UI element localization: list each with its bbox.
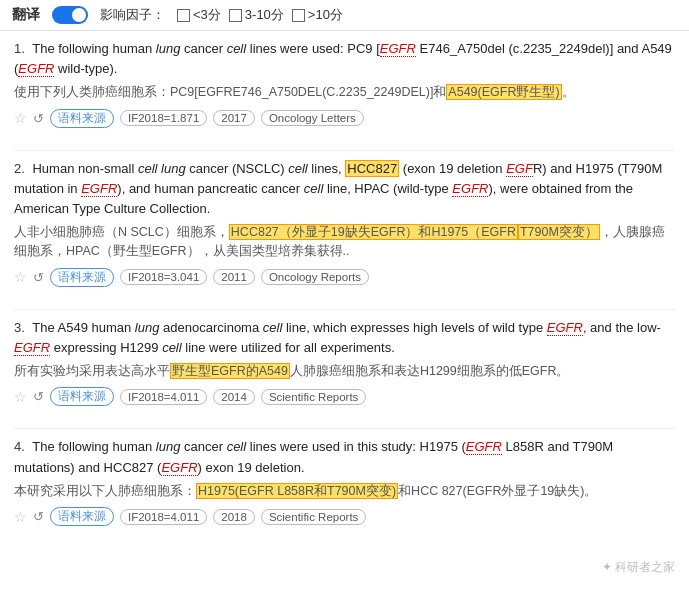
filter-3to10-label: 3-10分	[245, 6, 284, 24]
main-content: 1. The following human lung cancer cell …	[0, 31, 689, 556]
if-badge-2: IF2018=3.041	[120, 269, 207, 285]
journal-badge-2: Oncology Reports	[261, 269, 369, 285]
divider-1	[14, 150, 675, 151]
keyword-cell-3b: cell	[162, 340, 182, 355]
source-badge-3[interactable]: 语料来源	[50, 387, 114, 406]
star-icon-3[interactable]: ☆	[14, 389, 27, 405]
divider-3	[14, 428, 675, 429]
filter-group: <3分 3-10分 >10分	[177, 6, 343, 24]
filter-lt3-label: <3分	[193, 6, 221, 24]
result-4-meta: ☆ ↺ 语料来源 IF2018=4.011 2018 Scientific Re…	[14, 507, 675, 526]
gene-egfr-1a: EGFR	[380, 41, 416, 57]
keyword-cell-2b: cell	[304, 181, 324, 196]
watermark-icon: ✦	[602, 560, 612, 574]
if-badge-1: IF2018=1.871	[120, 110, 207, 126]
filter-3to10[interactable]: 3-10分	[229, 6, 284, 24]
keyword-cellung-2: cell lung	[138, 161, 186, 176]
highlight-4: H1975(EGFR L858R和T790M突变)	[196, 483, 398, 499]
refresh-icon-4[interactable]: ↺	[33, 509, 44, 524]
keyword-lung-3: lung	[135, 320, 160, 335]
gene-egfr-3a: EGFR	[547, 320, 583, 336]
gene-egfr-1b: EGFR	[18, 61, 54, 77]
result-1-meta: ☆ ↺ 语料来源 IF2018=1.871 2017 Oncology Lett…	[14, 109, 675, 128]
highlight-2: HCC827（外显子19缺失EGFR）和H1975（EGFR	[229, 224, 518, 240]
result-4-en: 4. The following human lung cancer cell …	[14, 437, 675, 477]
source-badge-1[interactable]: 语料来源	[50, 109, 114, 128]
result-item-3: 3. The A549 human lung adenocarcinoma ce…	[14, 318, 675, 411]
source-badge-2[interactable]: 语料来源	[50, 268, 114, 287]
toggle-knob	[72, 8, 86, 22]
star-icon-1[interactable]: ☆	[14, 110, 27, 126]
keyword-cell-3: cell	[263, 320, 283, 335]
gene-egfr-2b: EGFR	[81, 181, 117, 197]
divider-2	[14, 309, 675, 310]
result-item-4: 4. The following human lung cancer cell …	[14, 437, 675, 530]
watermark: ✦ 科研者之家	[602, 559, 675, 576]
gene-egfr-2c: EGFR	[452, 181, 488, 197]
result-1-zh: 使用下列人类肺癌细胞系：PC9[EGFRE746_A750DEL(C.2235_…	[14, 83, 675, 102]
gene-egfr-2a: EGF	[506, 161, 533, 177]
result-2-en: 2. Human non-small cell lung cancer (NSC…	[14, 159, 675, 219]
journal-badge-1: Oncology Letters	[261, 110, 364, 126]
journal-badge-4: Scientific Reports	[261, 509, 366, 525]
star-icon-4[interactable]: ☆	[14, 509, 27, 525]
gene-egfr-4b: EGFR	[161, 460, 197, 476]
year-badge-4: 2018	[213, 509, 255, 525]
impact-label: 影响因子：	[100, 6, 165, 24]
year-badge-2: 2011	[213, 269, 255, 285]
filter-lt3[interactable]: <3分	[177, 6, 221, 24]
filter-gt10-label: >10分	[308, 6, 343, 24]
keyword-lung-1: lung	[156, 41, 181, 56]
highlight-3: 野生型EGFR的A549	[170, 363, 290, 379]
keyword-cell-2: cell	[288, 161, 308, 176]
highlight-2b: T790M突变）	[518, 224, 600, 240]
gene-egfr-3b: EGFR	[14, 340, 50, 356]
keyword-cell-1: cell	[227, 41, 247, 56]
translate-toggle[interactable]	[52, 6, 88, 24]
result-3-number: 3.	[14, 320, 25, 335]
result-2-number: 2.	[14, 161, 25, 176]
refresh-icon-2[interactable]: ↺	[33, 270, 44, 285]
keyword-lung-4: lung	[156, 439, 181, 454]
result-3-meta: ☆ ↺ 语料来源 IF2018=4.011 2014 Scientific Re…	[14, 387, 675, 406]
result-3-en: 3. The A549 human lung adenocarcinoma ce…	[14, 318, 675, 358]
result-2-zh: 人非小细胞肺癌（N SCLC）细胞系，HCC827（外显子19缺失EGFR）和H…	[14, 223, 675, 262]
result-1-en: 1. The following human lung cancer cell …	[14, 39, 675, 79]
result-item-1: 1. The following human lung cancer cell …	[14, 39, 675, 132]
keyword-cell-4: cell	[227, 439, 247, 454]
result-3-zh: 所有实验均采用表达高水平野生型EGFR的A549人肺腺癌细胞系和表达H1299细…	[14, 362, 675, 381]
result-4-number: 4.	[14, 439, 25, 454]
year-badge-3: 2014	[213, 389, 255, 405]
result-4-zh: 本研究采用以下人肺癌细胞系：H1975(EGFR L858R和T790M突变)和…	[14, 482, 675, 501]
highlight-hcc827: HCC827	[345, 160, 399, 177]
star-icon-2[interactable]: ☆	[14, 269, 27, 285]
filter-gt10[interactable]: >10分	[292, 6, 343, 24]
if-badge-3: IF2018=4.011	[120, 389, 207, 405]
if-badge-4: IF2018=4.011	[120, 509, 207, 525]
refresh-icon-3[interactable]: ↺	[33, 389, 44, 404]
result-item-2: 2. Human non-small cell lung cancer (NSC…	[14, 159, 675, 291]
header-bar: 翻译 影响因子： <3分 3-10分 >10分	[0, 0, 689, 31]
checkbox-lt3[interactable]	[177, 9, 190, 22]
refresh-icon-1[interactable]: ↺	[33, 111, 44, 126]
result-2-meta: ☆ ↺ 语料来源 IF2018=3.041 2011 Oncology Repo…	[14, 268, 675, 287]
year-badge-1: 2017	[213, 110, 255, 126]
watermark-text: 科研者之家	[615, 560, 675, 574]
checkbox-3to10[interactable]	[229, 9, 242, 22]
highlight-1: A549(EGFR野生型)	[446, 84, 561, 100]
journal-badge-3: Scientific Reports	[261, 389, 366, 405]
checkbox-gt10[interactable]	[292, 9, 305, 22]
gene-egfr-4a: EGFR	[466, 439, 502, 455]
translate-label: 翻译	[12, 6, 40, 24]
source-badge-4[interactable]: 语料来源	[50, 507, 114, 526]
result-1-number: 1.	[14, 41, 25, 56]
